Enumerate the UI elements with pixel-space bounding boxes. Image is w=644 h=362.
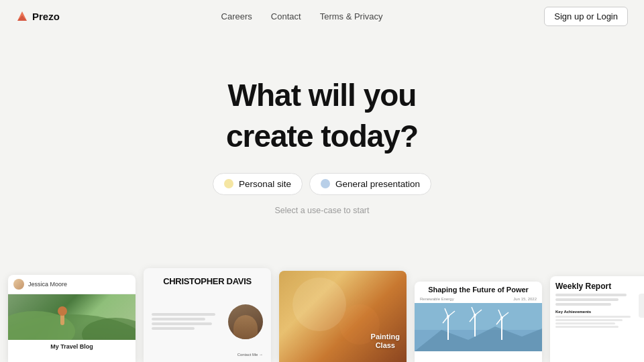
general-presentation-label: General presentation xyxy=(335,179,420,189)
painting-label: Painting Class xyxy=(371,333,400,350)
hero-title-line1: What will you xyxy=(228,78,417,113)
cv-body xyxy=(144,290,271,353)
travel-image xyxy=(8,294,136,340)
nav-contact[interactable]: Contact xyxy=(271,11,301,21)
report-line-3 xyxy=(555,303,611,306)
cv-card[interactable]: CHRISTOPHER DAVIS Contact Me → xyxy=(144,268,271,362)
power-title: Shaping the Future of Power xyxy=(415,282,542,297)
hero-section: What will you create today? Personal sit… xyxy=(0,32,644,215)
nav-careers[interactable]: Careers xyxy=(221,11,252,21)
navbar: Prezo Careers Contact Terms & Privacy Si… xyxy=(0,0,644,32)
achievement-line-4 xyxy=(555,326,619,328)
svg-point-7 xyxy=(292,278,346,331)
hero-title-line2: create today? xyxy=(226,119,418,154)
report-body: Key Achievements xyxy=(555,294,644,329)
power-card[interactable]: Shaping the Future of Power Renewable En… xyxy=(415,282,542,362)
select-hint: Select a use-case to start xyxy=(274,206,369,215)
cv-name: CHRISTOPHER DAVIS xyxy=(144,268,271,290)
painting-label-line2: Class xyxy=(376,341,395,349)
power-meta: Renewable Energy Jun 15, 2022 xyxy=(415,297,542,303)
wind-turbines-svg xyxy=(415,303,542,351)
painting-label-line1: Painting xyxy=(371,333,400,341)
achievements-title: Key Achievements xyxy=(555,310,635,314)
achievement-line-3 xyxy=(555,322,615,324)
personal-site-button[interactable]: Personal site xyxy=(213,173,303,195)
nav-terms[interactable]: Terms & Privacy xyxy=(320,11,383,21)
general-presentation-dot xyxy=(321,179,330,188)
travel-illustration xyxy=(8,294,136,340)
logo-icon xyxy=(16,10,28,22)
power-date: Jun 15, 2022 xyxy=(513,297,537,301)
report-right xyxy=(639,294,644,329)
card-footer: My Travel Blog xyxy=(8,340,136,353)
report-line-1 xyxy=(555,294,627,296)
achievement-line-2 xyxy=(555,319,623,321)
svg-point-6 xyxy=(58,306,67,316)
user-avatar xyxy=(13,279,24,290)
report-achievements: Key Achievements xyxy=(555,310,635,328)
person-photo xyxy=(228,304,263,339)
power-source: Renewable Energy xyxy=(420,297,454,301)
report-left: Key Achievements xyxy=(555,294,635,329)
user-name: Jessica Moore xyxy=(28,281,67,288)
cards-row: Jessica Moore My Travel Blog CHRISTOPHER… xyxy=(0,263,644,362)
report-line-2 xyxy=(555,298,619,301)
svg-point-16 xyxy=(447,315,449,318)
person-silhouette xyxy=(233,315,258,339)
personal-site-dot xyxy=(224,179,233,188)
card-1-header: Jessica Moore xyxy=(8,275,136,294)
general-presentation-button[interactable]: General presentation xyxy=(309,173,431,195)
report-figure-svg xyxy=(641,294,644,317)
personal-site-label: Personal site xyxy=(239,179,291,189)
contact-link[interactable]: Contact Me → xyxy=(144,353,271,362)
achievement-line-1 xyxy=(555,316,631,318)
use-case-buttons: Personal site General presentation xyxy=(213,173,431,195)
painting-card[interactable]: Painting Class xyxy=(279,271,407,362)
signup-login-button[interactable]: Sign up or Login xyxy=(544,7,628,26)
power-image xyxy=(415,303,542,351)
logo-text: Prezo xyxy=(32,11,60,22)
report-icon-box xyxy=(639,294,644,318)
logo[interactable]: Prezo xyxy=(16,10,60,22)
weekly-report-card[interactable]: Weekly Report Key Achievements xyxy=(550,276,644,362)
svg-point-26 xyxy=(500,316,503,319)
cv-text xyxy=(152,313,223,330)
report-title: Weekly Report xyxy=(555,282,644,291)
svg-point-21 xyxy=(474,314,476,316)
nav-links: Careers Contact Terms & Privacy xyxy=(221,10,383,22)
travel-blog-card[interactable]: Jessica Moore My Travel Blog xyxy=(8,275,136,362)
